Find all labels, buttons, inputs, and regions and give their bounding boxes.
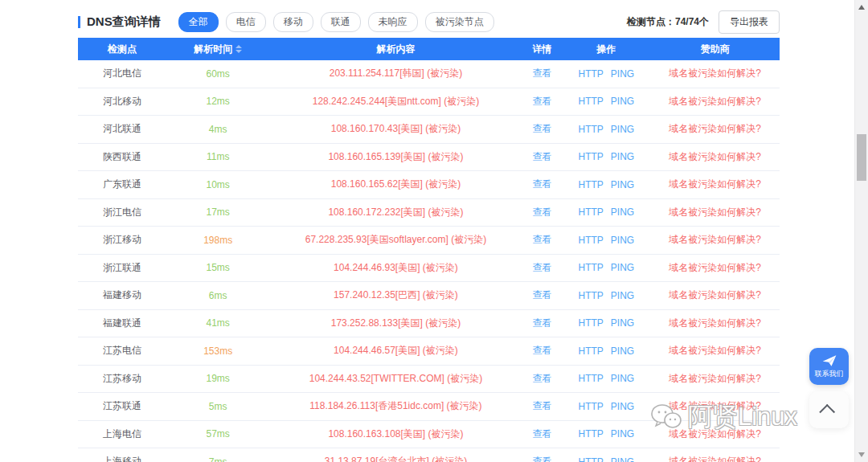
ping-link[interactable]: PING — [611, 179, 634, 190]
sponsor-link[interactable]: 域名被污染如何解决? — [669, 67, 761, 79]
http-link[interactable]: HTTP — [578, 345, 603, 357]
http-link[interactable]: HTTP — [578, 96, 603, 107]
sponsor-link[interactable]: 域名被污染如何解决? — [669, 262, 761, 273]
resolve-content-cell: 108.160.163.108[美国] (被污染) — [269, 427, 522, 441]
table-row: 河北电信60ms203.111.254.117[韩国] (被污染)查看HTTPP… — [78, 60, 780, 88]
ping-link[interactable]: PING — [611, 456, 634, 462]
header-resolve-time[interactable]: 解析时间 — [166, 43, 269, 56]
detail-cell: 查看 — [522, 399, 563, 413]
sponsor-link[interactable]: 域名被污染如何解决? — [669, 206, 761, 218]
ping-link[interactable]: PING — [611, 345, 634, 357]
ping-link[interactable]: PING — [611, 206, 634, 218]
sponsor-link[interactable]: 域名被污染如何解决? — [669, 456, 761, 462]
ping-link[interactable]: PING — [611, 262, 634, 273]
ping-link[interactable]: PING — [611, 373, 634, 384]
view-link[interactable]: 查看 — [532, 151, 551, 162]
node-name: 浙江联通 — [103, 262, 141, 273]
http-link[interactable]: HTTP — [578, 262, 603, 273]
view-link[interactable]: 查看 — [532, 206, 551, 218]
sponsor-link[interactable]: 域名被污染如何解决? — [669, 400, 761, 411]
sponsor-link[interactable]: 域名被污染如何解决? — [669, 373, 761, 384]
ping-link[interactable]: PING — [611, 124, 634, 135]
view-link[interactable]: 查看 — [532, 345, 551, 356]
resolve-time: 7ms — [209, 456, 227, 462]
scrollbar-down-arrow-icon[interactable] — [858, 452, 865, 457]
filter-telecom[interactable]: 电信 — [226, 12, 266, 32]
view-link[interactable]: 查看 — [532, 289, 551, 301]
export-report-button[interactable]: 导出报表 — [719, 10, 780, 34]
http-link[interactable]: HTTP — [578, 68, 603, 80]
view-link[interactable]: 查看 — [532, 373, 551, 384]
filter-all[interactable]: 全部 — [178, 12, 219, 32]
operation-cell: HTTPPING — [562, 317, 650, 329]
sponsor-link[interactable]: 域名被污染如何解决? — [669, 428, 761, 440]
detail-cell: 查看 — [522, 95, 563, 108]
view-link[interactable]: 查看 — [532, 317, 551, 329]
operation-links: HTTPPING — [578, 401, 634, 412]
back-to-top-button[interactable] — [809, 391, 849, 428]
node-cell: 浙江移动 — [78, 233, 166, 247]
sponsor-link[interactable]: 域名被污染如何解决? — [669, 151, 761, 162]
http-link[interactable]: HTTP — [578, 151, 603, 162]
view-link[interactable]: 查看 — [532, 123, 551, 134]
sponsor-link[interactable]: 域名被污染如何解决? — [669, 123, 761, 134]
view-link[interactable]: 查看 — [532, 428, 551, 440]
ping-link[interactable]: PING — [611, 96, 634, 107]
http-link[interactable]: HTTP — [578, 428, 603, 440]
sponsor-cell: 域名被污染如何解决? — [650, 206, 780, 219]
filter-no-response[interactable]: 未响应 — [368, 12, 418, 32]
view-link[interactable]: 查看 — [532, 67, 551, 79]
sponsor-link[interactable]: 域名被污染如何解决? — [669, 234, 761, 245]
node-name: 河北移动 — [103, 96, 141, 107]
view-link[interactable]: 查看 — [532, 178, 551, 190]
scrollbar-up-arrow-icon[interactable] — [858, 5, 865, 10]
node-cell: 陕西联通 — [78, 150, 166, 164]
sponsor-link[interactable]: 域名被污染如何解决? — [669, 289, 761, 301]
sponsor-link[interactable]: 域名被污染如何解决? — [669, 317, 761, 329]
http-link[interactable]: HTTP — [578, 124, 603, 135]
node-cell: 上海电信 — [78, 427, 166, 441]
sort-icon[interactable] — [235, 45, 242, 53]
table-row: 浙江联通15ms104.244.46.93[美国] (被污染)查看HTTPPIN… — [78, 255, 780, 283]
ping-link[interactable]: PING — [611, 235, 634, 246]
sponsor-link[interactable]: 域名被污染如何解决? — [669, 345, 761, 356]
http-link[interactable]: HTTP — [578, 235, 603, 246]
resolve-content-cell: 118.184.26.113[香港51idc.com] (被污染) — [269, 399, 522, 413]
http-link[interactable]: HTTP — [578, 317, 603, 329]
resolve-time-cell: 4ms — [166, 124, 269, 135]
http-link[interactable]: HTTP — [578, 401, 603, 412]
ping-link[interactable]: PING — [611, 290, 634, 301]
resolve-content: 104.244.43.52[TWITTER.COM] (被污染) — [309, 373, 482, 384]
ping-link[interactable]: PING — [611, 151, 634, 162]
http-link[interactable]: HTTP — [578, 179, 603, 190]
view-link[interactable]: 查看 — [532, 234, 551, 245]
filter-polluted[interactable]: 被污染节点 — [425, 12, 494, 32]
http-link[interactable]: HTTP — [578, 206, 603, 218]
filter-unicom[interactable]: 联通 — [321, 12, 361, 32]
scrollbar-track[interactable] — [854, 0, 868, 462]
view-link[interactable]: 查看 — [532, 262, 551, 273]
contact-us-button[interactable]: 联系我们 — [809, 348, 849, 385]
view-link[interactable]: 查看 — [532, 400, 551, 411]
sponsor-link[interactable]: 域名被污染如何解决? — [669, 178, 761, 190]
filter-mobile[interactable]: 移动 — [273, 12, 313, 32]
ping-link[interactable]: PING — [611, 401, 634, 412]
view-link[interactable]: 查看 — [532, 96, 551, 107]
resolve-time: 41ms — [206, 317, 229, 329]
sponsor-link[interactable]: 域名被污染如何解决? — [669, 96, 761, 107]
scrollbar-thumb[interactable] — [857, 134, 866, 181]
view-link[interactable]: 查看 — [532, 456, 551, 462]
ping-link[interactable]: PING — [611, 317, 634, 329]
ping-link[interactable]: PING — [611, 68, 634, 80]
title-accent-bar — [78, 16, 80, 28]
detail-cell: 查看 — [522, 122, 563, 136]
http-link[interactable]: HTTP — [578, 290, 603, 301]
resolve-content: 118.184.26.113[香港51idc.com] (被污染) — [309, 400, 481, 411]
operation-cell: HTTPPING — [562, 235, 650, 246]
ping-link[interactable]: PING — [611, 428, 634, 440]
http-link[interactable]: HTTP — [578, 456, 603, 462]
detail-cell: 查看 — [522, 455, 563, 462]
http-link[interactable]: HTTP — [578, 373, 603, 384]
resolve-time: 198ms — [203, 235, 232, 246]
resolve-content: 31.13.87.19[台湾台北市] (被污染) — [325, 456, 467, 462]
